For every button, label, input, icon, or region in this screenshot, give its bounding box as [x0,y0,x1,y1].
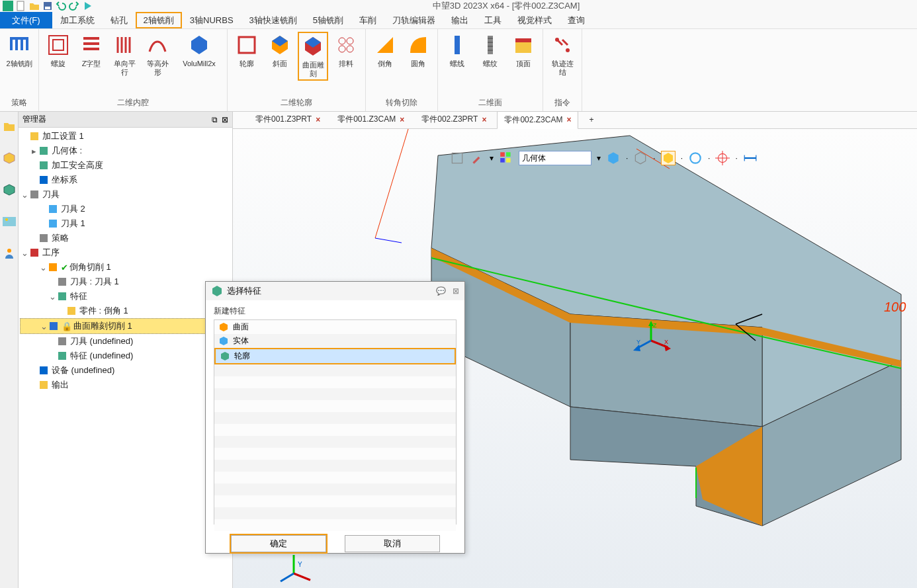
ribbon-slope[interactable]: 斜面 [265,32,295,69]
dialog-close-icon[interactable]: ⊠ [453,286,459,296]
tab-close-icon[interactable]: × [482,115,486,124]
menu-turn[interactable]: 车削 [351,12,384,28]
tree-part[interactable]: 零件 : 倒角 1 [20,304,231,318]
new-tab-button[interactable]: + [582,112,600,128]
ribbon-thread[interactable]: 螺纹 [475,32,505,69]
tree-op-engrave[interactable]: ⌄🔒曲面雕刻切削 1 [20,318,231,334]
save-icon[interactable] [42,1,53,11]
tree-folder[interactable]: 加工设置 1 [20,129,231,144]
csys-icon [38,175,49,185]
ribbon-parallel[interactable]: 单向平行 [109,32,140,78]
menu-toolpath-editor[interactable]: 刀轨编辑器 [384,12,443,28]
tree-tool[interactable]: 刀具 2 [20,202,231,216]
tool-folder-icon[interactable] [3,120,16,133]
tool-cube-icon[interactable] [3,151,16,165]
vt-circle-icon[interactable] [688,151,703,165]
svg-rect-8 [49,36,67,54]
link-icon [550,33,574,57]
engrave-icon [301,34,325,58]
close-icon[interactable]: ⊠ [222,115,228,124]
menu-3axis-fast[interactable]: 3轴快速铣削 [241,12,305,28]
vt-cube-blue-icon[interactable] [606,151,621,165]
vt-target-icon[interactable] [715,151,730,165]
open-icon[interactable] [29,1,40,11]
svg-rect-34 [58,278,66,286]
redo-icon[interactable] [69,1,79,11]
svg-rect-35 [58,292,66,300]
tree-safeheight[interactable]: 加工安全高度 [20,158,231,173]
ribbon-contour-h[interactable]: 等高外形 [142,32,173,78]
menu-query[interactable]: 查询 [560,12,593,28]
tree-output[interactable]: 输出 [20,378,231,392]
tab-close-icon[interactable]: × [400,115,404,124]
ribbon-spiral[interactable]: 螺旋 [43,32,73,69]
vt-cube-yellow-icon[interactable] [661,151,676,165]
menu-file[interactable]: 文件(F) [0,12,52,28]
new-icon[interactable] [16,1,26,11]
ribbon-link[interactable]: 轨迹连结 [547,32,578,78]
tab-close-icon[interactable]: × [566,115,571,124]
zigzag-icon [79,33,103,57]
ok-button[interactable]: 确定 [231,535,326,552]
tree-machine[interactable]: 设备 (undefined) [20,363,231,378]
vt-brush-icon[interactable] [470,151,484,165]
cancel-button[interactable]: 取消 [345,535,440,552]
tree-geo[interactable]: ▸几何体 : [20,144,231,158]
menu-drill[interactable]: 钻孔 [103,12,136,28]
tree-dash[interactable]: 刀具 (undefined) [20,334,231,349]
ribbon-topface[interactable]: 顶面 [508,32,539,69]
dialog-titlebar[interactable]: 选择特征 💬 ⊠ [206,282,464,300]
dialog-speech-icon[interactable]: 💬 [436,286,446,296]
doctab[interactable]: 零件001.Z3PRT× [249,111,327,129]
geometry-selector[interactable] [519,151,591,165]
feature-row-solid[interactable]: 实体 [214,334,456,348]
feature-row-surface[interactable]: 曲面 [214,320,456,334]
menu-5axis[interactable]: 5轴铣削 [305,12,351,28]
tool-scene-icon[interactable] [3,215,16,228]
axis-gizmo-main[interactable]: Z X Y [631,321,671,360]
tree-feature[interactable]: ⌄特征 [20,289,231,304]
menu-output[interactable]: 输出 [443,12,476,28]
ribbon-group-label: 指令 [543,95,582,111]
ribbon-fillet[interactable]: 圆角 [403,32,433,69]
undo-icon[interactable] [56,1,66,11]
ribbon-helix[interactable]: 螺线 [442,32,472,69]
doctab[interactable]: 零件002.Z3CAM× [497,111,578,130]
tree-strategy[interactable]: 策略 [20,231,231,245]
ribbon-zigzag[interactable]: Z字型 [76,32,107,69]
tree-feature[interactable]: 特征 (undefined) [20,349,231,363]
tree-dash[interactable]: 刀具 : 刀具 1 [20,274,231,289]
ribbon-profile[interactable]: 轮廓 [232,32,262,69]
menu-cam-system[interactable]: 加工系统 [52,12,103,28]
tree-tool[interactable]: 刀具 1 [20,216,231,231]
menu-2axis-mill[interactable]: 2轴铣削 [136,12,182,28]
vt-cube-wire-icon[interactable] [633,151,648,165]
ribbon-engrave[interactable]: 曲面雕刻 [298,32,328,81]
feature-row-contour[interactable]: 轮廓 [214,348,456,364]
menu-tools[interactable]: 工具 [476,12,509,28]
tree-tools[interactable]: ⌄刀具 [20,187,231,202]
vt-icon-1[interactable] [450,151,464,165]
tree-ops[interactable]: ⌄工序 [20,245,231,260]
ribbon-volumill[interactable]: VoluMill2x [175,32,223,69]
ribbon-nest[interactable]: 排料 [331,32,361,69]
doctab[interactable]: 零件001.Z3CAM× [331,111,411,129]
restore-icon[interactable]: ⧉ [212,115,218,124]
doctab[interactable]: 零件002.Z3PRT× [415,111,493,129]
part-icon [66,306,77,316]
menu-visual-style[interactable]: 视觉样式 [509,12,560,28]
tool-person-icon[interactable] [3,247,16,260]
tree-csys[interactable]: 坐标系 [20,173,231,187]
play-icon[interactable] [82,1,93,11]
menu-3axis-nurbs[interactable]: 3轴NURBS [182,12,241,28]
ribbon-chamfer[interactable]: 倒角 [370,32,400,69]
tool-cube2-icon[interactable] [3,183,16,196]
tab-close-icon[interactable]: × [316,115,320,124]
vt-ruler-icon[interactable] [743,151,758,165]
feature-list: 曲面实体轮廓 [214,319,457,525]
tree-op-chamfer[interactable]: ⌄✔倒角切削 1 [20,260,231,274]
vt-palette-icon[interactable] [499,151,513,165]
svg-point-11 [339,38,345,44]
vt-dropdown-icon[interactable]: ▾ [597,153,601,163]
ribbon-mill2axis[interactable]: 2轴铣削 [4,32,34,69]
